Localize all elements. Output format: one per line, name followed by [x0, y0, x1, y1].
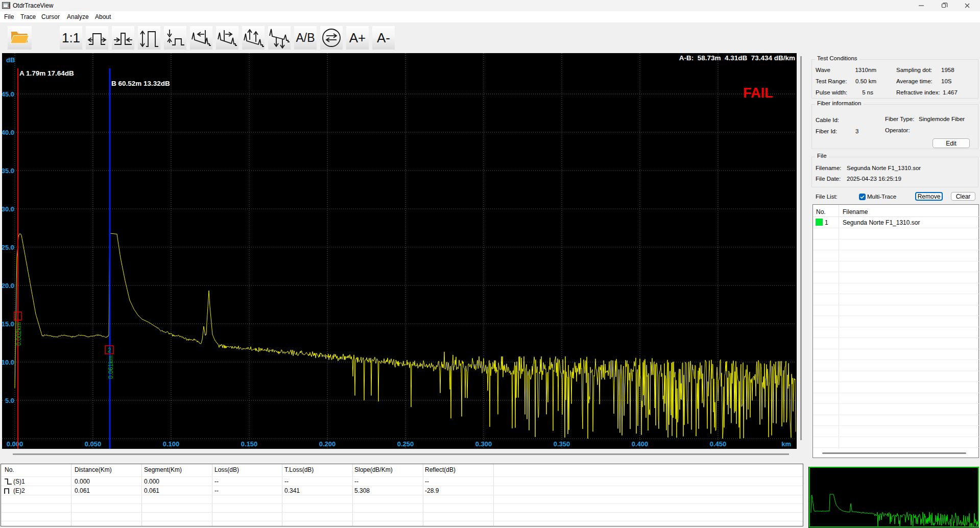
svg-text:30.0: 30.0 — [2, 205, 14, 213]
svg-text:45.0: 45.0 — [2, 90, 14, 98]
svg-text:A-B: 58.73m 4.31dB 73.434 d: A-B: 58.73m 4.31dB 73.434 dB/km — [679, 54, 795, 62]
svg-text:10.0: 10.0 — [2, 358, 14, 366]
svg-text:0.100: 0.100 — [163, 440, 180, 448]
svg-text:25.0: 25.0 — [2, 244, 14, 251]
svg-text:2: 2 — [108, 347, 111, 354]
svg-text:0.050: 0.050 — [85, 440, 102, 448]
svg-text:0.350: 0.350 — [554, 440, 570, 448]
svg-text:A 1.79m 17.64dB: A 1.79m 17.64dB — [19, 69, 74, 77]
svg-text:0.250: 0.250 — [397, 440, 414, 448]
svg-text:0.000: 0.000 — [7, 440, 23, 448]
svg-text:dB: dB — [6, 56, 15, 64]
svg-text:km: km — [781, 440, 791, 448]
svg-text:0.400: 0.400 — [632, 440, 649, 448]
svg-text:0.002km: 0.002km — [15, 322, 22, 346]
svg-text:FAIL: FAIL — [743, 85, 773, 101]
svg-text:0.200: 0.200 — [319, 440, 336, 448]
svg-text:5.0: 5.0 — [5, 397, 14, 404]
svg-text:0.150: 0.150 — [241, 440, 258, 448]
svg-text:B 60.52m 13.32dB: B 60.52m 13.32dB — [111, 80, 170, 87]
svg-text:15.0: 15.0 — [2, 320, 14, 328]
svg-text:0.061km: 0.061km — [107, 355, 114, 379]
svg-text:0.300: 0.300 — [475, 440, 492, 448]
svg-text:40.0: 40.0 — [2, 129, 14, 136]
svg-text:0.450: 0.450 — [710, 440, 727, 448]
svg-text:35.0: 35.0 — [2, 167, 14, 175]
svg-text:20.0: 20.0 — [2, 282, 14, 290]
